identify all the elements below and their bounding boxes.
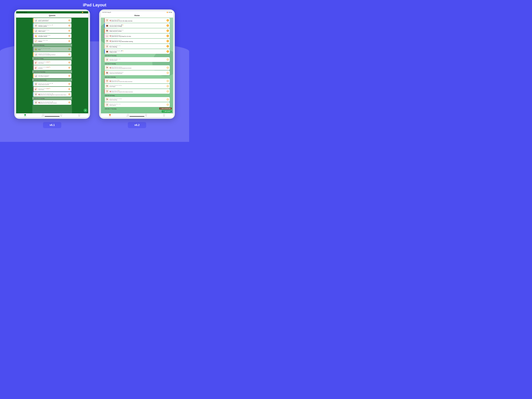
tab-icon: [24, 114, 26, 115]
quest-row[interactable]: 🧋Adventure: Tiny Tea Co. 🍵More questE: [104, 102, 170, 107]
quest-row[interactable]: 🪂Adventure: Parachute JumpingBook flight…: [104, 84, 170, 89]
quest-row[interactable]: 🏋️Adventure: Fitness 🏃 🏋️📅 [2023-08-25 F…: [104, 18, 170, 23]
quest-row[interactable]: 🧋Adventure: Tiny Tea Co. 🍵Weekly reportE: [104, 57, 170, 62]
quest-row[interactable]: 💼Adventure: Work Productivity 💻 ✏️Second…: [104, 23, 170, 28]
date-section-header: 2023-03-15 Wednesday: [32, 79, 72, 81]
category-stripe: [104, 49, 105, 54]
exp-badge: E: [166, 98, 169, 101]
quest-text: Adventure: The Data Projectquery optimiz…: [38, 19, 68, 22]
exp-badge: E: [166, 80, 169, 82]
quest-icon: 🧋: [34, 82, 38, 86]
quest-row[interactable]: 🪂Adventure: Parachute Jumping📅 [2023-08-…: [104, 39, 170, 44]
quest-text: Adventure: Work Productivity 💻 ✏️Reply e…: [109, 50, 166, 53]
quest-icon: 📖: [106, 34, 109, 38]
tab-hero[interactable]: Hero: [70, 114, 88, 117]
quest-row[interactable]: 🎸Adventure: DC Plum 🥁 🥁 ✏️Tune bass: [33, 87, 71, 91]
ipad-right: 2:26 PM Fri Aug 25 📶 100% ▮ Home 🏋️Adven…: [99, 9, 175, 119]
tab-icon: [145, 114, 147, 115]
home-indicator[interactable]: [130, 116, 144, 117]
tab-hero[interactable]: Hero: [155, 114, 173, 117]
category-stripe: [33, 65, 33, 70]
category-stripe: [33, 82, 33, 86]
quest-list[interactable]: 🏋️Adventure: Fitness 🏃 🏋️📅 [2023-08-25 F…: [104, 18, 170, 113]
quest-row[interactable]: 🧋Adventure: Tiny Cha, Huge Flavor 🧋Websi…: [33, 23, 71, 28]
quest-row[interactable]: 🧹Adventure: Keep it cleanDishes: [33, 39, 71, 44]
category-stripe: [33, 47, 33, 51]
quest-title: status report: [38, 31, 68, 32]
quest-title: Stats mid term review: [109, 31, 166, 32]
new-quest-button[interactable]: 🔍 NEW QUEST: [162, 110, 172, 113]
tab-label: Hero: [163, 116, 165, 117]
exp-badge: E: [166, 103, 169, 106]
quest-row[interactable]: 📊Adventure: The Data ProjectFollow up on…: [33, 52, 71, 57]
quest-title: Get office supplies: [38, 76, 68, 77]
quest-title: query optimization: [38, 20, 68, 22]
quest-row[interactable]: 🎸Adventure: DC Plum 🥁 🥁 ✏️tune bass: [33, 60, 71, 65]
quest-text: Adventure: Tiny Cha, Huge Flavor 🧋📅[2023…: [38, 93, 68, 96]
quest-row[interactable]: 🧋Adventure: Tiny Cha, Huge Flavor 🧋Deep …: [33, 82, 71, 86]
quest-title: 📅 [2023-08-25 Fri] Do the daily exercise: [109, 20, 166, 22]
avatar-icon: [68, 88, 70, 90]
quest-title: 📅 [2023-08-18 Fri] Do the daily exercise: [109, 81, 166, 82]
tab-home[interactable]: Home: [101, 114, 119, 117]
exp-badge: E: [166, 66, 169, 69]
category-stripe: [33, 39, 33, 44]
avatar-icon: [68, 19, 70, 22]
quest-icon: 🏋️: [106, 90, 109, 93]
add-quest-fab[interactable]: +: [83, 108, 87, 112]
quest-row[interactable]: 📊Adventure: The Data Projectquery optimi…: [33, 18, 71, 23]
quest-row[interactable]: 📊Adventure: The Data Projectstatus repor…: [33, 28, 71, 33]
quest-row[interactable]: 💪Adventure: The Fitness Projectshoulder …: [33, 33, 71, 38]
tab-icon: [109, 114, 111, 115]
category-stripe: [33, 52, 33, 57]
category-stripe: [104, 33, 105, 38]
adventure-label: Adventure: Tiny Tea Co. 🍵: [109, 45, 166, 46]
quest-text: Adventure: Fitness 🏃 🏋️📅 [2023-08-25 Fri…: [109, 19, 166, 22]
status-time: 9:51 PM Mon Mar 20: [17, 12, 27, 13]
quest-row[interactable]: 🪂Adventure: Parachute Jumping📅 [2023-08-…: [104, 65, 170, 70]
category-stripe: [104, 39, 105, 44]
adventure-label: Adventure: Work Productivity 💻 ✏️: [109, 24, 166, 25]
avatar-icon: [68, 24, 70, 27]
quest-text: Adventure: Fitness 🏃 🏋️📅 [2023-08-19 Sat…: [109, 90, 166, 93]
quest-title: Basic training: [109, 99, 166, 101]
quest-row[interactable]: 📖Adventure: Read before bed📅 [2023-08-24…: [104, 33, 170, 38]
quest-icon: 🧋: [34, 101, 38, 104]
home-indicator[interactable]: [45, 116, 60, 117]
quest-text: Adventure: Tiny Cha, Huge Flavor 🧋📅[2023…: [38, 101, 68, 104]
quest-row[interactable]: 💪Adventure: The Fitness ProjectRun: [33, 47, 71, 51]
quest-title: 📅[2023-03-11 Sat] Organize expenses (due…: [38, 94, 68, 96]
ipad-row: 9:51 PM Mon Mar 20 📶 100% ▮ Quests 📊Adve…: [0, 9, 189, 128]
quest-title: More quest: [109, 104, 166, 106]
ipad-left: 9:51 PM Mon Mar 20 📶 100% ▮ Quests 📊Adve…: [14, 9, 90, 119]
quest-text: Adventure: Read before bed📅 [2023-08-24 …: [109, 35, 166, 37]
tab-quests[interactable]: Quests: [16, 114, 34, 117]
adventure-label: Adventure: Tiny Cha, Huge Flavor 🧋: [38, 101, 68, 102]
quest-title: Run: [38, 49, 68, 51]
quest-row[interactable]: 📚Adventure: Greendale Study GroupStats m…: [104, 28, 170, 33]
quest-row[interactable]: 🏋️Adventure: Fitness 🏃 🏋️📅 [2023-08-19 S…: [104, 89, 170, 94]
category-stripe: [33, 23, 33, 28]
quest-title: Reply emails: [109, 51, 166, 53]
quest-list[interactable]: 📊Adventure: The Data Projectquery optimi…: [32, 18, 72, 113]
quest-icon: 🏋️: [106, 19, 109, 22]
quest-text: Adventure: Tiny Tea Co. 🍵floor cleaning: [109, 45, 166, 48]
quest-row[interactable]: 🪂Adventure: Parachute JumpingBasic train…: [104, 97, 170, 102]
quest-row[interactable]: 📊Adventure: The Data ProjectGet office s…: [33, 73, 71, 78]
quest-row[interactable]: 🏋️Adventure: Fitness 🏃 🏋️📅 [2023-08-18 F…: [104, 79, 170, 83]
tab-label: Quests: [24, 116, 26, 117]
category-stripe: [33, 100, 33, 105]
tab-label: Adventures: [126, 116, 130, 117]
category-stripe: [33, 60, 33, 65]
quest-row[interactable]: 🧋Adventure: Tiny Cha, Huge Flavor 🧋📅[202…: [33, 100, 71, 105]
quest-row[interactable]: 💼Adventure: Work Productivity 💻 ✏️Reply …: [104, 49, 170, 54]
category-stripe: [104, 65, 105, 70]
quest-row[interactable]: 📚Adventure: Greendale Study GroupNotes f…: [104, 70, 170, 75]
new-adventure-button[interactable]: ▲ NEW ADVENTURE: [159, 108, 172, 110]
quest-row[interactable]: 🎸Adventure: DC Plum 🥁 🥁 ✏️practice: [33, 65, 71, 70]
quest-text: Adventure: DC Plum 🥁 🥁 ✏️tune bass: [38, 61, 68, 64]
quest-row[interactable]: 🧋Adventure: Tiny Cha, Huge Flavor 🧋📅[202…: [33, 92, 71, 97]
quest-row[interactable]: 🧋Adventure: Tiny Tea Co. 🍵floor cleaning…: [104, 44, 170, 49]
category-stripe: [104, 44, 105, 49]
category-stripe: [104, 18, 105, 23]
